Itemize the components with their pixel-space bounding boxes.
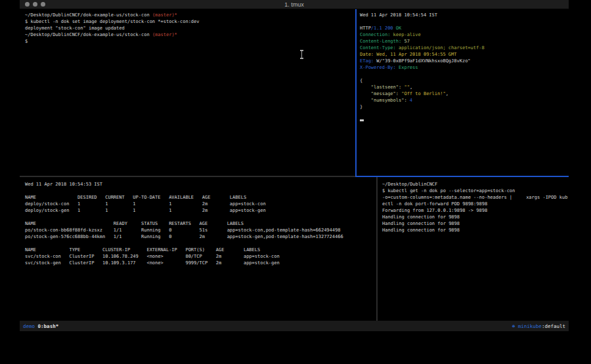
- tmux-panes-area: ~/Desktop/DublinCNCF/dok-example-us/stoc…: [20, 9, 569, 321]
- terminal-text-segment: $: [25, 39, 28, 44]
- terminal-text-segment: ,: [446, 91, 449, 96]
- terminal-line: $: [25, 38, 355, 45]
- window-titlebar[interactable]: 1. tmux: [20, 0, 569, 9]
- terminal-line: Handling connection for 9898: [382, 220, 569, 227]
- terminal-text-segment: deploy/stock-con 1 1 1 1 2m app=stock-co…: [25, 201, 266, 207]
- terminal-line: $ kubectl -n dok set image deployment/st…: [25, 18, 355, 25]
- session-name: demo: [23, 323, 35, 329]
- terminal-line: Handling connection for 9898: [382, 214, 569, 220]
- terminal-text-segment: NAME READY STATUS RESTARTS AGE LABELS: [25, 221, 244, 226]
- terminal-line: [360, 117, 569, 123]
- terminal-text-segment: Content-Length:: [360, 39, 401, 44]
- pane-top-right-http-response[interactable]: Wed 11 Apr 2018 10:54:54 ISTHTTP/1.1 200…: [357, 9, 569, 176]
- terminal-line: Date: Wed, 11 Apr 2018 09:54:55 GMT: [360, 51, 569, 58]
- terminal-line: [25, 214, 376, 220]
- terminal-line: [360, 18, 569, 25]
- pane-border-horizontal-left[interactable]: [20, 176, 355, 177]
- active-window-item[interactable]: 0:bash*: [38, 323, 59, 329]
- pane-bottom-right-port-forward[interactable]: ~/Desktop/DublinCNCF$ kubectl get -n dok…: [378, 177, 569, 321]
- terminal-text-segment: X-Powered-By:: [360, 65, 396, 70]
- terminal-line: "message": "Off to Berlin!",: [360, 91, 569, 97]
- terminal-line: Handling connection for 9898: [382, 227, 569, 233]
- terminal-line: svc/stock-gen ClusterIP 10.109.3.177 <no…: [25, 260, 376, 266]
- terminal-text-segment: "": [404, 85, 409, 90]
- terminal-line: deployment "stock-con" image updated: [25, 25, 355, 31]
- terminal-line: svc/stock-con ClusterIP 10.106.78.249 <n…: [25, 253, 376, 260]
- terminal-line: [360, 110, 569, 117]
- terminal-line: ~/Desktop/DublinCNCF: [382, 181, 569, 188]
- terminal-text-segment: Forwarding from 127.0.0.1:9898 -> 9898: [382, 208, 487, 213]
- terminal-line: po/stock-gen-576cc688bb-44kmn 1/1 Runnin…: [25, 233, 376, 240]
- terminal-text-segment: }: [360, 104, 362, 110]
- terminal-line: Content-Length: 57: [360, 38, 569, 45]
- terminal-line: NAME TYPE CLUSTER-IP EXTERNAL-IP PORT(S)…: [25, 247, 376, 253]
- terminal-text-segment: svc/stock-con ClusterIP 10.106.78.249 <n…: [25, 254, 280, 259]
- terminal-line: Wed 11 Apr 2018 10:54:54 IST: [360, 12, 569, 18]
- terminal-line: deploy/stock-gen 1 1 1 1 2m app=stock-ge…: [25, 207, 376, 214]
- terminal-line: Wed 11 Apr 2018 10:54:53 IST: [25, 181, 376, 188]
- terminal-text-segment: NAME DESIRED CURRENT UP-TO-DATE AVAILABL…: [25, 195, 246, 200]
- terminal-text-segment: keep-alive: [390, 32, 420, 37]
- terminal-line: }: [360, 104, 569, 110]
- terminal-text-segment: Wed 11 Apr 2018 10:54:54 IST: [360, 12, 437, 18]
- kube-namespace: :default: [542, 323, 565, 329]
- terminal-text-segment: Handling connection for 9898: [382, 214, 460, 220]
- screen-background: 1. tmux ~/Desktop/DublinCNCF/dok-example…: [0, 0, 591, 364]
- terminal-text-segment: /1.1 200: [371, 26, 393, 31]
- terminal-cursor: [360, 119, 364, 121]
- terminal-text-segment: Content-Type:: [360, 45, 396, 51]
- kubernetes-helm-icon: ☸: [512, 323, 518, 329]
- terminal-text-segment: Handling connection for 9898: [382, 221, 460, 226]
- terminal-line: Connection: keep-alive: [360, 31, 569, 38]
- terminal-line: po/stock-con-bb68f88fd-kzsxz 1/1 Running…: [25, 227, 376, 233]
- terminal-text-segment: W/"39-0xBPf9aF1dXVNkhsxoBQgJ8vKzo": [374, 58, 471, 64]
- terminal-text-segment: $ kubectl -n dok set image deployment/st…: [25, 19, 200, 24]
- terminal-line: {: [360, 77, 569, 84]
- terminal-text-segment: ,: [410, 85, 412, 90]
- terminal-text-segment: ~/Desktop/DublinCNCF/dok-example-us/stoc…: [25, 12, 152, 18]
- window-title: 1. tmux: [20, 1, 569, 9]
- terminal-text-segment: Handling connection for 9898: [382, 228, 460, 233]
- pane-border-vertical-bottom[interactable]: [376, 177, 378, 321]
- terminal-text-segment: 57: [401, 39, 410, 44]
- terminal-text-segment: "numsymbols":: [360, 98, 410, 103]
- active-pane-border-horizontal[interactable]: [355, 176, 569, 177]
- terminal-text-segment: Connection:: [360, 32, 390, 37]
- terminal-text-segment: Express: [396, 65, 418, 70]
- pane-top-left-shell[interactable]: ~/Desktop/DublinCNCF/dok-example-us/stoc…: [20, 9, 355, 176]
- terminal-text-segment: "lastseen":: [360, 85, 404, 90]
- terminal-text-segment: $ kubectl get -n dok po --selector=app=s…: [382, 188, 515, 193]
- status-bar-left: demo 0:bash*: [23, 323, 58, 329]
- terminal-text-segment: "message":: [360, 91, 401, 96]
- terminal-line: Content-Type: application/json; charset=…: [360, 45, 569, 51]
- terminal-text-segment: {: [360, 78, 362, 83]
- mouse-ibeam-cursor: [299, 50, 304, 59]
- terminal-text-segment: 4: [410, 98, 412, 103]
- terminal-text-segment: ectl -n dok port-forward POD 9898:9898: [382, 201, 487, 207]
- terminal-text-segment: (master)*: [152, 32, 177, 37]
- terminal-text-segment: (master)*: [152, 12, 177, 18]
- terminal-line: ~/Desktop/DublinCNCF/dok-example-us/stoc…: [25, 12, 355, 18]
- terminal-text-segment: ~/Desktop/DublinCNCF: [382, 182, 437, 187]
- kube-context: minikube: [518, 323, 542, 329]
- status-bar-right: ☸ minikube:default: [512, 323, 565, 329]
- terminal-text-segment: -o=custom-columns=:metadata.name --no-he…: [382, 195, 567, 200]
- pane-bottom-left-kubectl-get[interactable]: Wed 11 Apr 2018 10:54:53 ISTNAME DESIRED…: [20, 177, 376, 321]
- terminal-text-segment: "Off to Berlin!": [401, 91, 445, 96]
- terminal-line: -o=custom-columns=:metadata.name --no-he…: [382, 194, 569, 201]
- terminal-line: Forwarding from 127.0.0.1:9898 -> 9898: [382, 207, 569, 214]
- terminal-line: $ kubectl get -n dok po --selector=app=s…: [382, 188, 569, 194]
- terminal-line: ectl -n dok port-forward POD 9898:9898: [382, 201, 569, 207]
- tmux-status-bar: demo 0:bash* ☸ minikube:default: [20, 321, 569, 331]
- terminal-text-segment: po/stock-gen-576cc688bb-44kmn 1/1 Runnin…: [25, 234, 343, 239]
- terminal-text-segment: po/stock-con-bb68f88fd-kzsxz 1/1 Running…: [25, 228, 340, 233]
- terminal-line: HTTP/1.1 200 OK: [360, 25, 569, 31]
- terminal-text-segment: Wed 11 Apr 2018 10:54:53 IST: [25, 182, 102, 187]
- terminal-text-segment: HTTP: [360, 26, 371, 31]
- terminal-text-segment: NAME TYPE CLUSTER-IP EXTERNAL-IP PORT(S)…: [25, 247, 260, 253]
- terminal-line: "lastseen": "",: [360, 84, 569, 91]
- terminal-line: X-Powered-By: Express: [360, 64, 569, 71]
- active-pane-border-vertical[interactable]: [355, 9, 357, 177]
- terminal-text-segment: svc/stock-gen ClusterIP 10.109.3.177 <no…: [25, 260, 280, 266]
- terminal-text-segment: OK: [393, 26, 402, 31]
